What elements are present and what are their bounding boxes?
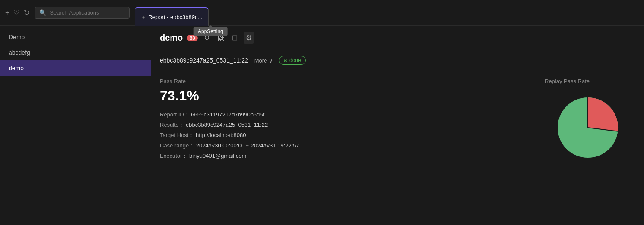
metrics-right: Replay Pass Rate: [540, 78, 635, 162]
pie-fail-slice: [588, 97, 618, 131]
top-bar-actions: + ♡ ↻: [5, 9, 29, 17]
app-header: demo 83 ↻ 🖼 ⊞ ⚙: [151, 26, 644, 50]
app-refresh-icon[interactable]: ↻: [202, 32, 211, 44]
executor-row: Executor： binyu0401@gmail.com: [160, 152, 532, 160]
content-area: demo 83 ↻ 🖼 ⊞ ⚙ ebbc3b89c9247a25_0531_11…: [151, 26, 644, 225]
metrics-area: Pass Rate 73.1% Report ID： 6659b31197217…: [151, 78, 644, 171]
replay-pass-rate-label: Replay Pass Rate: [545, 78, 590, 84]
app-grid-icon[interactable]: ⊞: [230, 32, 239, 44]
top-bar: + ♡ ↻ 🔍 ⊞ Report - ebbc3b89c... AppSetti…: [0, 0, 644, 26]
case-range-key: Case range：: [160, 142, 194, 149]
app-gear-icon[interactable]: ⚙: [244, 32, 254, 44]
meta-info: Report ID： 6659b31197217d7b990b5d5f Resu…: [160, 111, 532, 160]
report-id-row: Report ID： 6659b31197217d7b990b5d5f: [160, 111, 532, 119]
app-name: demo: [160, 33, 183, 43]
executor-key: Executor：: [160, 153, 187, 159]
more-button[interactable]: More ∨: [254, 57, 273, 64]
report-section: ebbc3b89c9247a25_0531_11:22 More ∨ ✓ don…: [151, 50, 644, 78]
status-icon: ✓: [284, 59, 287, 62]
add-icon[interactable]: +: [5, 9, 9, 17]
sidebar-item-demo[interactable]: Demo: [0, 29, 151, 45]
tab-icon: ⊞: [141, 14, 146, 20]
sidebar-item-abcdefg[interactable]: abcdefg: [0, 45, 151, 60]
target-host-value: http://localhost:8080: [196, 132, 246, 138]
pass-rate-label: Pass Rate: [160, 78, 532, 84]
main-layout: Demo abcdefg demo demo 83 ↻ 🖼 ⊞ ⚙ ebbc3b…: [0, 26, 644, 225]
target-host-row: Target Host： http://localhost:8080: [160, 131, 532, 139]
report-tab[interactable]: ⊞ Report - ebbc3b89c...: [135, 7, 209, 26]
refresh-icon[interactable]: ↻: [24, 9, 29, 17]
metrics-left: Pass Rate 73.1% Report ID： 6659b31197217…: [160, 78, 532, 162]
results-value: ebbc3b89c9247a25_0531_11:22: [186, 122, 268, 128]
sidebar: Demo abcdefg demo: [0, 26, 151, 225]
app-badge: 83: [187, 35, 197, 41]
results-key: Results：: [160, 122, 184, 128]
search-icon: 🔍: [39, 9, 46, 16]
report-header: ebbc3b89c9247a25_0531_11:22 More ∨ ✓ don…: [160, 56, 635, 65]
search-box[interactable]: 🔍: [35, 7, 130, 19]
case-range-value: 2024/5/30 00:00:00 ~ 2024/5/31 19:22:57: [196, 142, 299, 149]
favorites-icon[interactable]: ♡: [13, 9, 19, 17]
status-badge: ✓ done: [279, 56, 306, 65]
report-id-label: ebbc3b89c9247a25_0531_11:22: [160, 57, 248, 64]
tab-label: Report - ebbc3b89c...: [148, 14, 202, 20]
target-host-key: Target Host：: [160, 132, 194, 138]
pass-rate-value: 73.1%: [160, 88, 532, 104]
replay-pie-chart: [553, 93, 622, 162]
results-row: Results： ebbc3b89c9247a25_0531_11:22: [160, 121, 532, 129]
search-input[interactable]: [50, 9, 125, 16]
report-id-key: Report ID：: [160, 111, 190, 118]
case-range-row: Case range： 2024/5/30 00:00:00 ~ 2024/5/…: [160, 142, 532, 150]
executor-value: binyu0401@gmail.com: [189, 153, 246, 159]
report-id-value: 6659b31197217d7b990b5d5f: [191, 111, 264, 118]
app-image-icon[interactable]: 🖼: [216, 32, 226, 44]
status-text: done: [289, 57, 301, 63]
sidebar-item-demo-active[interactable]: demo: [0, 60, 151, 76]
